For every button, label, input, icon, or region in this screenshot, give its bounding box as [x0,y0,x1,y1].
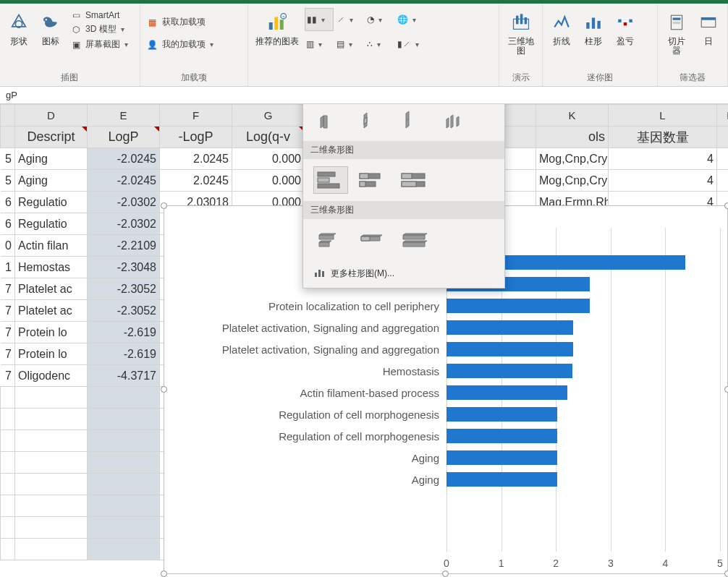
stacked100-bar-option[interactable] [397,166,432,194]
chart-category-label: Aging [179,452,446,464]
worksheet-area: D E F G K L M Descript LogP -LogP Log(q-… [0,104,728,577]
3d-stacked-bar-option[interactable] [355,226,390,254]
chart-column-dropdown[interactable]: ▮▮▾ [305,8,334,31]
chevron-down-icon: ▾ [378,16,382,24]
hier-icon: ▥ [306,39,314,49]
recommended-charts-button[interactable]: ? 推荐的图表 [253,7,302,48]
3d-column-option[interactable] [439,106,474,134]
globe-icon: 🌐 [397,14,408,25]
get-addins-button[interactable]: ▦获取加载项 [145,15,215,29]
screenshot-button[interactable]: ▣屏幕截图▾ [68,38,130,51]
chart-bar-row: Aging [179,472,720,487]
chevron-down-icon: ▾ [415,40,419,48]
col-G-header[interactable]: G [232,105,305,127]
col-F-header[interactable]: F [160,105,232,127]
3d-stacked100-column-option[interactable] [397,106,432,134]
clustered-bar-option[interactable] [313,166,348,194]
chart-map-dropdown[interactable]: 🌐▾ [396,8,425,31]
field-E: LogP [108,129,138,144]
chart-bar[interactable] [446,342,573,356]
combo-icon: ▮⟋ [397,39,411,49]
comment-indicator-icon [154,127,159,132]
svg-rect-40 [402,174,412,179]
svg-rect-19 [701,18,716,20]
sparkline-column-button[interactable]: 柱形 [579,7,608,48]
chart-category-label: Aging [179,474,446,486]
chart-bar-row: Aging [179,450,720,465]
col-K-header[interactable]: K [536,105,609,127]
chart-scatter-dropdown[interactable]: ∴▾ [365,33,394,56]
3dmap-button[interactable]: 三维地图 [504,7,538,57]
svg-rect-38 [360,181,365,187]
chart-category-label: Actin filament-based process [179,387,446,399]
group-label-filters: 筛选器 [658,72,727,86]
3d-clustered-bar-option[interactable] [313,226,348,254]
sparkline-column-label: 柱形 [585,37,602,46]
section-2d-bar: 二维条形图 [303,141,504,159]
chevron-down-icon: ▾ [210,40,213,48]
chart-bar[interactable] [446,364,572,378]
chart-bar[interactable] [446,320,573,335]
svg-rect-36 [360,174,368,179]
svg-rect-44 [318,270,321,277]
more-column-charts-button[interactable]: 更多柱形图(M)... [303,261,504,288]
group-label-sparklines: 迷你图 [543,72,657,86]
col-L-header[interactable]: L [609,105,717,127]
sparkline-wl-icon [616,8,635,37]
3d-stacked100-bar-option[interactable] [397,226,432,254]
svg-rect-42 [402,181,416,187]
my-addins-label: 我的加载项 [162,38,206,51]
3dmodel-button[interactable]: ⬡3D 模型▾ [68,22,130,36]
chart-hier-dropdown[interactable]: ▥▾ [305,33,334,56]
scatter-icon: ∴ [367,39,373,49]
svg-rect-9 [586,22,589,29]
chevron-down-icon: ▾ [377,40,381,48]
slicer-button[interactable]: 切片器 [662,7,691,57]
map3d-icon [511,8,531,37]
chart-bar[interactable] [446,472,557,487]
svg-rect-45 [322,271,324,277]
3dmap-label: 三维地图 [507,37,535,56]
chart-category-label: Hemostasis [179,365,446,377]
chart-pie-dropdown[interactable]: ◔▾ [365,8,394,31]
svg-rect-43 [315,273,317,277]
formula-bar[interactable]: gP [0,87,728,104]
svg-rect-1 [274,17,278,30]
3d-clustered-column-option[interactable] [313,106,348,134]
comment-indicator-icon [82,127,87,132]
stacked-bar-option[interactable] [355,166,390,194]
timeline-label: 日 [704,37,713,46]
shapes-button[interactable]: 形状 [4,7,33,48]
group-label-charts [248,72,499,86]
chevron-down-icon: ▾ [350,16,353,24]
slicer-label: 切片器 [665,37,688,56]
col-D-header[interactable]: D [15,105,88,127]
sparkline-line-icon [552,8,571,37]
svg-rect-33 [318,178,329,182]
chevron-down-icon: ▾ [318,40,322,48]
chart-bar[interactable] [446,299,590,313]
pie-icon: ◔ [367,14,374,25]
duck-icon [40,8,62,37]
sparkline-winloss-button[interactable]: 盈亏 [611,7,640,48]
chart-bar[interactable] [446,407,557,422]
chart-line-dropdown[interactable]: ⟋▾ [335,8,364,31]
col-M-header[interactable]: M [717,105,729,127]
chart-bar[interactable] [446,450,557,465]
sparkline-line-button[interactable]: 折线 [547,7,576,48]
icons-button[interactable]: 图标 [36,7,65,48]
3d-stacked-column-option[interactable] [355,106,390,134]
person-icon: 👤 [146,40,159,50]
timeline-button[interactable]: 日 [694,7,723,48]
field-F: -LogP [178,129,213,144]
my-addins-button[interactable]: 👤我的加载项▾ [145,38,215,51]
svg-rect-8 [524,17,527,24]
svg-rect-34 [318,184,339,188]
chart-combo-dropdown[interactable]: ▮⟋▾ [396,33,425,56]
more-charts-label: 更多柱形图(M)... [331,268,394,280]
chart-bar[interactable] [446,385,567,400]
smartart-button[interactable]: ▭SmartArt [68,9,130,21]
chart-bar[interactable] [446,429,557,443]
chart-stat-dropdown[interactable]: ▤▾ [335,33,364,56]
col-E-header[interactable]: E [88,105,160,127]
